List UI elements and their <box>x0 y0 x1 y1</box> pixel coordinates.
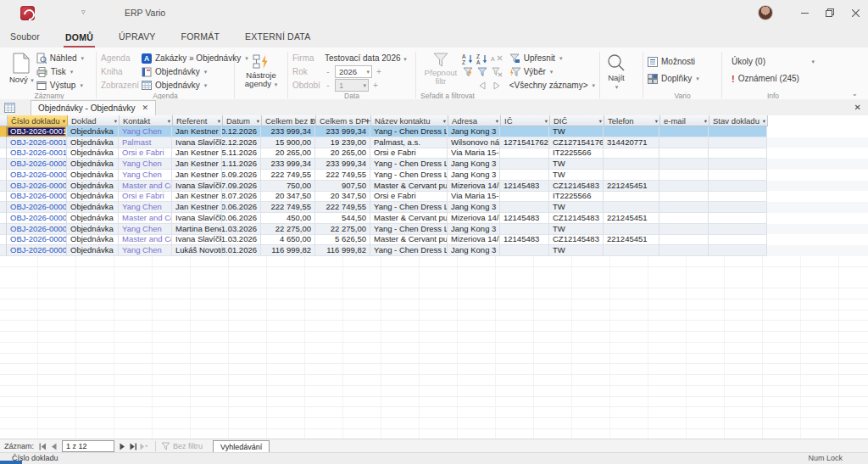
column-header-stav_dokladu[interactable]: Stav dokladu▾ <box>709 115 768 126</box>
record-selector[interactable] <box>0 192 7 203</box>
user-avatar[interactable] <box>758 5 773 20</box>
column-filter-dropdown-icon[interactable]: ▾ <box>63 115 65 126</box>
cell-dic[interactable]: IT2225566 <box>549 192 604 203</box>
cell-cislo_dokladu[interactable]: OBJ-2026-00008 <box>7 170 67 181</box>
cell-nazev_kontaktu[interactable]: Yang - Chen Dress Ltd. <box>370 224 448 235</box>
cell-datum[interactable]: 28.01.2026 <box>222 245 261 256</box>
cell-ic[interactable]: 12145483 <box>500 235 549 246</box>
cell-nazev_kontaktu[interactable]: Master & Cervant pub <box>370 181 448 192</box>
cell-doklad[interactable]: Objednávka <box>67 137 119 148</box>
tab-close-icon[interactable]: ✕ <box>142 103 149 112</box>
cell-email[interactable] <box>659 181 709 192</box>
tab-externi-data[interactable]: EXTERNÍ DATA <box>243 31 312 48</box>
cell-telefon[interactable] <box>604 170 659 181</box>
cell-email[interactable] <box>659 170 709 181</box>
previous-record-button[interactable] <box>48 441 59 452</box>
cell-referent[interactable]: Jan Kestner <box>172 148 222 159</box>
sort-descending-button[interactable]: ZA <box>476 53 488 64</box>
clear-filter-button[interactable] <box>492 67 503 77</box>
column-header-doklad[interactable]: Doklad▾ <box>68 115 120 126</box>
cell-kontakt[interactable]: Yang Chen <box>119 159 172 170</box>
cell-celkem_bez_dph[interactable]: 15 900,00 <box>261 137 315 148</box>
cell-celkem_bez_dph[interactable]: 450,00 <box>261 213 315 224</box>
refine-filter-button[interactable]: Upřesnit▾ <box>509 52 595 64</box>
cell-email[interactable] <box>659 148 709 159</box>
cell-cislo_dokladu[interactable]: OBJ-2026-00004 <box>7 213 67 224</box>
cell-ic[interactable]: 1271541762 <box>500 137 549 148</box>
cell-nazev_kontaktu[interactable]: Orsi e Fabri <box>370 148 448 159</box>
cell-cislo_dokladu[interactable]: OBJ-2026-00011 <box>7 137 67 148</box>
cell-celkem_s_dph[interactable]: 544,50 <box>315 213 370 224</box>
column-header-kontakt[interactable]: Kontakt▾ <box>120 115 173 126</box>
column-header-referent[interactable]: Referent▾ <box>173 115 223 126</box>
rok-minus-button[interactable]: - <box>325 67 331 76</box>
cell-dic[interactable]: TW <box>549 126 604 137</box>
cell-datum[interactable]: 28.07.2026 <box>222 192 261 203</box>
cell-email[interactable] <box>659 213 709 224</box>
cell-stav_dokladu[interactable] <box>709 202 767 213</box>
cell-referent[interactable]: Jan Kestner <box>172 170 222 181</box>
column-header-celkem_s_dph[interactable]: Celkem s DPH▾ <box>316 115 371 126</box>
cell-cislo_dokladu[interactable]: OBJ-2026-00009 <box>7 159 67 170</box>
cell-doklad[interactable]: Objednávka <box>67 159 119 170</box>
cell-celkem_s_dph[interactable]: 116 999,82 <box>315 245 370 256</box>
cell-kontakt[interactable]: Palmast <box>119 137 172 148</box>
cell-adresa[interactable]: Jang Kong 3 <box>448 245 500 256</box>
cell-nazev_kontaktu[interactable]: Yang - Chen Dress Ltd. <box>370 159 448 170</box>
cell-email[interactable] <box>659 137 709 148</box>
cell-nazev_kontaktu[interactable]: Palmast, a.s. <box>370 137 448 148</box>
cell-celkem_bez_dph[interactable]: 233 999,34 <box>261 126 315 137</box>
cell-datum[interactable]: 11.03.2026 <box>222 235 261 246</box>
cell-cislo_dokladu[interactable]: OBJ-2026-00003 <box>7 224 67 235</box>
cell-adresa[interactable]: Jang Kong 3 <box>448 202 500 213</box>
cell-dic[interactable]: CZ12145483 <box>549 213 604 224</box>
cell-kontakt[interactable]: Yang Chen <box>119 126 172 137</box>
cell-email[interactable] <box>659 235 709 246</box>
cell-cislo_dokladu[interactable]: OBJ-2026-00012 <box>7 126 67 137</box>
records-scope-selector[interactable]: <Všechny záznamy>▾ <box>509 79 595 92</box>
column-header-email[interactable]: e-mail▾ <box>660 115 709 126</box>
cell-kontakt[interactable]: Yang Chen <box>119 170 172 181</box>
cell-nazev_kontaktu[interactable]: Master & Cervant pub <box>370 235 448 246</box>
column-header-dic[interactable]: DIČ▾ <box>550 115 604 126</box>
cell-celkem_bez_dph[interactable]: 233 999,34 <box>261 159 315 170</box>
cell-stav_dokladu[interactable] <box>709 213 767 224</box>
cell-celkem_s_dph[interactable]: 22 275,00 <box>315 224 370 235</box>
cell-datum[interactable]: 21.11.2026 <box>222 159 261 170</box>
cell-celkem_s_dph[interactable]: 233 999,34 <box>315 126 370 137</box>
options-button[interactable]: Možnosti <box>648 55 699 68</box>
cell-referent[interactable]: Martina Benešová <box>172 224 222 235</box>
cell-referent[interactable]: Lukáš Novotný <box>172 245 222 256</box>
cell-nazev_kontaktu[interactable]: Yang - Chen Dress Ltd. <box>370 170 448 181</box>
cell-stav_dokladu[interactable] <box>709 181 767 192</box>
document-tab[interactable]: Objednávky - Objednávky ✕ <box>31 100 156 115</box>
cell-cislo_dokladu[interactable]: OBJ-2026-00002 <box>7 235 67 246</box>
cell-nazev_kontaktu[interactable]: Master & Cervant pub <box>370 213 448 224</box>
cell-ic[interactable] <box>500 224 549 235</box>
tasks-button[interactable]: Úkoly (0)▾ <box>726 55 820 68</box>
cell-kontakt[interactable]: Yang Chen <box>119 202 172 213</box>
cell-celkem_s_dph[interactable]: 222 749,55 <box>315 202 370 213</box>
cell-stav_dokladu[interactable] <box>709 224 767 235</box>
cell-doklad[interactable]: Objednávka <box>67 213 119 224</box>
cell-ic[interactable]: 12145483 <box>500 181 549 192</box>
tab-domu[interactable]: DOMŮ <box>64 32 95 48</box>
cell-celkem_s_dph[interactable]: 19 239,00 <box>315 137 370 148</box>
column-filter-dropdown-icon[interactable]: ▾ <box>443 115 446 126</box>
cell-doklad[interactable]: Objednávka <box>67 181 119 192</box>
print-button[interactable]: Tisk▾ <box>36 65 84 78</box>
cell-stav_dokladu[interactable] <box>709 148 767 159</box>
cell-adresa[interactable]: Via Maria 15-16 <box>448 148 500 159</box>
cell-nazev_kontaktu[interactable]: Orsi e Fabri <box>370 192 448 203</box>
cell-dic[interactable]: CZ12145483 <box>549 181 604 192</box>
column-filter-dropdown-icon[interactable]: ▾ <box>168 115 170 126</box>
cell-dic[interactable]: CZ1271541762 <box>549 137 604 148</box>
cell-kontakt[interactable]: Master and Cervant <box>119 181 172 192</box>
cell-doklad[interactable]: Objednávka <box>67 170 119 181</box>
cell-referent[interactable]: Jan Kestner <box>172 159 222 170</box>
cell-datum[interactable]: 31.03.2026 <box>222 224 261 235</box>
close-datasheet-button[interactable]: ✕ <box>854 103 861 112</box>
cell-telefon[interactable]: 221245451 <box>604 181 659 192</box>
record-selector[interactable] <box>0 159 7 170</box>
record-selector[interactable] <box>0 235 7 246</box>
